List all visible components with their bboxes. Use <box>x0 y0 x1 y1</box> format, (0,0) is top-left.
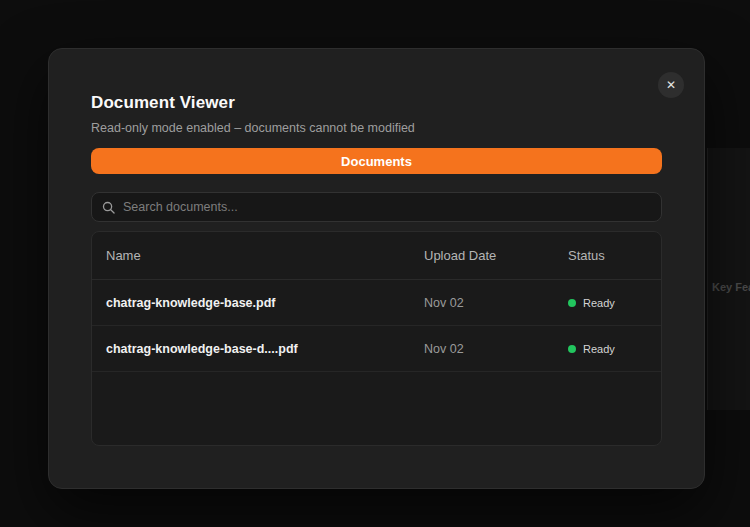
background-panel: Key Feat <box>707 148 750 410</box>
status-badge: Ready <box>583 297 615 309</box>
table-header-row: Name Upload Date Status <box>92 232 661 280</box>
document-viewer-modal: ✕ Document Viewer Read-only mode enabled… <box>48 48 705 489</box>
documents-tab-button[interactable]: Documents <box>91 148 662 174</box>
search-input[interactable] <box>123 200 651 214</box>
background-partial-text: Key Feat <box>712 281 750 293</box>
close-icon: ✕ <box>666 72 676 98</box>
column-header-upload-date: Upload Date <box>424 248 568 263</box>
search-icon <box>102 201 115 214</box>
document-upload-date: Nov 02 <box>424 296 568 310</box>
document-status: Ready <box>568 343 661 355</box>
status-dot-icon <box>568 299 576 307</box>
table-row[interactable]: chatrag-knowledge-base-d....pdf Nov 02 R… <box>92 326 661 372</box>
document-name: chatrag-knowledge-base.pdf <box>92 296 424 310</box>
table-row[interactable]: chatrag-knowledge-base.pdf Nov 02 Ready <box>92 280 661 326</box>
column-header-status: Status <box>568 248 661 263</box>
modal-subtitle: Read-only mode enabled – documents canno… <box>91 121 662 135</box>
modal-title: Document Viewer <box>91 93 662 113</box>
document-upload-date: Nov 02 <box>424 342 568 356</box>
documents-table: Name Upload Date Status chatrag-knowledg… <box>91 231 662 446</box>
status-dot-icon <box>568 345 576 353</box>
search-bar[interactable] <box>91 192 662 222</box>
status-badge: Ready <box>583 343 615 355</box>
document-status: Ready <box>568 297 661 309</box>
document-name: chatrag-knowledge-base-d....pdf <box>92 342 424 356</box>
close-button[interactable]: ✕ <box>658 72 684 98</box>
column-header-name: Name <box>92 248 424 263</box>
